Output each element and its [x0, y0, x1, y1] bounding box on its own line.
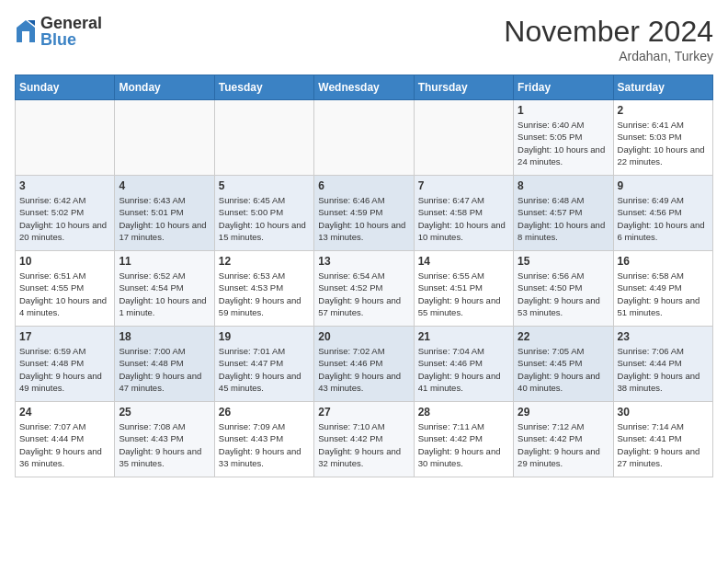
table-cell: 25Sunrise: 7:08 AM Sunset: 4:43 PM Dayli…	[115, 402, 214, 477]
table-cell: 2Sunrise: 6:41 AM Sunset: 5:03 PM Daylig…	[613, 100, 712, 176]
calendar-row: 17Sunrise: 6:59 AM Sunset: 4:48 PM Dayli…	[16, 327, 713, 402]
day-info: Sunrise: 6:51 AM Sunset: 4:55 PM Dayligh…	[19, 270, 110, 318]
day-info: Sunrise: 6:45 AM Sunset: 5:00 PM Dayligh…	[219, 194, 310, 243]
day-info: Sunrise: 6:59 AM Sunset: 4:48 PM Dayligh…	[19, 345, 110, 394]
table-cell: 20Sunrise: 7:02 AM Sunset: 4:46 PM Dayli…	[314, 327, 414, 402]
table-cell: 17Sunrise: 6:59 AM Sunset: 4:48 PM Dayli…	[16, 327, 115, 402]
day-info: Sunrise: 7:00 AM Sunset: 4:48 PM Dayligh…	[119, 345, 210, 394]
day-info: Sunrise: 7:14 AM Sunset: 4:41 PM Dayligh…	[618, 420, 709, 469]
day-number: 12	[219, 255, 310, 268]
day-number: 11	[119, 255, 210, 268]
day-info: Sunrise: 6:49 AM Sunset: 4:56 PM Dayligh…	[618, 194, 709, 243]
day-number: 10	[19, 255, 110, 268]
day-number: 30	[618, 406, 709, 419]
day-info: Sunrise: 6:54 AM Sunset: 4:52 PM Dayligh…	[318, 270, 409, 318]
day-info: Sunrise: 6:41 AM Sunset: 5:03 PM Dayligh…	[618, 119, 709, 167]
location: Ardahan, Turkey	[504, 49, 713, 63]
day-info: Sunrise: 6:40 AM Sunset: 5:05 PM Dayligh…	[518, 119, 609, 167]
table-cell: 1Sunrise: 6:40 AM Sunset: 5:05 PM Daylig…	[514, 100, 613, 176]
day-number: 1	[518, 104, 609, 117]
table-cell: 5Sunrise: 6:45 AM Sunset: 5:00 PM Daylig…	[214, 176, 313, 251]
day-info: Sunrise: 6:47 AM Sunset: 4:58 PM Dayligh…	[418, 194, 509, 243]
table-cell	[16, 100, 115, 176]
day-number: 13	[318, 255, 409, 268]
header-wednesday: Wednesday	[314, 75, 414, 100]
table-cell: 6Sunrise: 6:46 AM Sunset: 4:59 PM Daylig…	[314, 176, 414, 251]
title-block: November 2024 Ardahan, Turkey	[504, 15, 713, 63]
table-cell: 18Sunrise: 7:00 AM Sunset: 4:48 PM Dayli…	[115, 327, 214, 402]
day-info: Sunrise: 6:58 AM Sunset: 4:49 PM Dayligh…	[618, 270, 709, 318]
table-cell	[314, 100, 414, 176]
table-cell: 26Sunrise: 7:09 AM Sunset: 4:43 PM Dayli…	[214, 402, 313, 477]
day-info: Sunrise: 7:11 AM Sunset: 4:42 PM Dayligh…	[418, 420, 509, 469]
day-info: Sunrise: 7:05 AM Sunset: 4:45 PM Dayligh…	[518, 345, 609, 394]
day-info: Sunrise: 6:48 AM Sunset: 4:57 PM Dayligh…	[518, 194, 609, 243]
day-number: 8	[518, 179, 609, 192]
day-number: 5	[219, 179, 310, 192]
day-info: Sunrise: 7:01 AM Sunset: 4:47 PM Dayligh…	[219, 345, 310, 394]
weekday-header-row: Sunday Monday Tuesday Wednesday Thursday…	[16, 75, 713, 100]
logo-icon	[15, 18, 37, 44]
table-cell: 3Sunrise: 6:42 AM Sunset: 5:02 PM Daylig…	[16, 176, 115, 251]
table-cell: 28Sunrise: 7:11 AM Sunset: 4:42 PM Dayli…	[414, 402, 513, 477]
table-cell: 16Sunrise: 6:58 AM Sunset: 4:49 PM Dayli…	[613, 251, 712, 327]
table-cell: 19Sunrise: 7:01 AM Sunset: 4:47 PM Dayli…	[214, 327, 313, 402]
day-number: 9	[618, 179, 709, 192]
day-number: 23	[618, 330, 709, 343]
day-info: Sunrise: 6:52 AM Sunset: 4:54 PM Dayligh…	[119, 270, 210, 318]
table-cell: 7Sunrise: 6:47 AM Sunset: 4:58 PM Daylig…	[414, 176, 513, 251]
calendar-row: 3Sunrise: 6:42 AM Sunset: 5:02 PM Daylig…	[16, 176, 713, 251]
day-number: 25	[119, 406, 210, 419]
calendar-row: 10Sunrise: 6:51 AM Sunset: 4:55 PM Dayli…	[16, 251, 713, 327]
day-number: 29	[518, 406, 609, 419]
header-sunday: Sunday	[16, 75, 115, 100]
header-friday: Friday	[514, 75, 613, 100]
table-cell: 12Sunrise: 6:53 AM Sunset: 4:53 PM Dayli…	[214, 251, 313, 327]
day-number: 28	[418, 406, 509, 419]
calendar-table: Sunday Monday Tuesday Wednesday Thursday…	[15, 75, 713, 477]
page-container: General Blue November 2024 Ardahan, Turk…	[15, 15, 713, 477]
day-info: Sunrise: 6:56 AM Sunset: 4:50 PM Dayligh…	[518, 270, 609, 318]
day-number: 16	[618, 255, 709, 268]
day-info: Sunrise: 7:06 AM Sunset: 4:44 PM Dayligh…	[618, 345, 709, 394]
table-cell: 15Sunrise: 6:56 AM Sunset: 4:50 PM Dayli…	[514, 251, 613, 327]
day-number: 22	[518, 330, 609, 343]
table-cell: 14Sunrise: 6:55 AM Sunset: 4:51 PM Dayli…	[414, 251, 513, 327]
header-saturday: Saturday	[613, 75, 712, 100]
day-info: Sunrise: 7:10 AM Sunset: 4:42 PM Dayligh…	[318, 420, 409, 469]
table-cell: 10Sunrise: 6:51 AM Sunset: 4:55 PM Dayli…	[16, 251, 115, 327]
day-number: 19	[219, 330, 310, 343]
table-cell: 21Sunrise: 7:04 AM Sunset: 4:46 PM Dayli…	[414, 327, 513, 402]
day-number: 6	[318, 179, 409, 192]
svg-rect-2	[22, 31, 29, 42]
table-cell: 27Sunrise: 7:10 AM Sunset: 4:42 PM Dayli…	[314, 402, 414, 477]
header: General Blue November 2024 Ardahan, Turk…	[15, 15, 713, 63]
table-cell: 24Sunrise: 7:07 AM Sunset: 4:44 PM Dayli…	[16, 402, 115, 477]
table-cell: 4Sunrise: 6:43 AM Sunset: 5:01 PM Daylig…	[115, 176, 214, 251]
table-cell: 11Sunrise: 6:52 AM Sunset: 4:54 PM Dayli…	[115, 251, 214, 327]
day-info: Sunrise: 7:09 AM Sunset: 4:43 PM Dayligh…	[219, 420, 310, 469]
logo-text: General Blue	[40, 15, 102, 48]
day-number: 3	[19, 179, 110, 192]
table-cell: 23Sunrise: 7:06 AM Sunset: 4:44 PM Dayli…	[613, 327, 712, 402]
header-thursday: Thursday	[414, 75, 513, 100]
day-number: 15	[518, 255, 609, 268]
day-number: 24	[19, 406, 110, 419]
day-info: Sunrise: 6:43 AM Sunset: 5:01 PM Dayligh…	[119, 194, 210, 243]
day-info: Sunrise: 7:02 AM Sunset: 4:46 PM Dayligh…	[318, 345, 409, 394]
day-number: 21	[418, 330, 509, 343]
day-info: Sunrise: 7:12 AM Sunset: 4:42 PM Dayligh…	[518, 420, 609, 469]
table-cell: 29Sunrise: 7:12 AM Sunset: 4:42 PM Dayli…	[514, 402, 613, 477]
day-info: Sunrise: 6:55 AM Sunset: 4:51 PM Dayligh…	[418, 270, 509, 318]
day-info: Sunrise: 7:07 AM Sunset: 4:44 PM Dayligh…	[19, 420, 110, 469]
table-cell: 13Sunrise: 6:54 AM Sunset: 4:52 PM Dayli…	[314, 251, 414, 327]
month-title: November 2024	[504, 15, 713, 49]
day-number: 26	[219, 406, 310, 419]
logo-blue: Blue	[40, 31, 102, 48]
day-number: 4	[119, 179, 210, 192]
day-info: Sunrise: 6:53 AM Sunset: 4:53 PM Dayligh…	[219, 270, 310, 318]
table-cell: 9Sunrise: 6:49 AM Sunset: 4:56 PM Daylig…	[613, 176, 712, 251]
table-cell	[214, 100, 313, 176]
day-number: 14	[418, 255, 509, 268]
calendar-row: 24Sunrise: 7:07 AM Sunset: 4:44 PM Dayli…	[16, 402, 713, 477]
